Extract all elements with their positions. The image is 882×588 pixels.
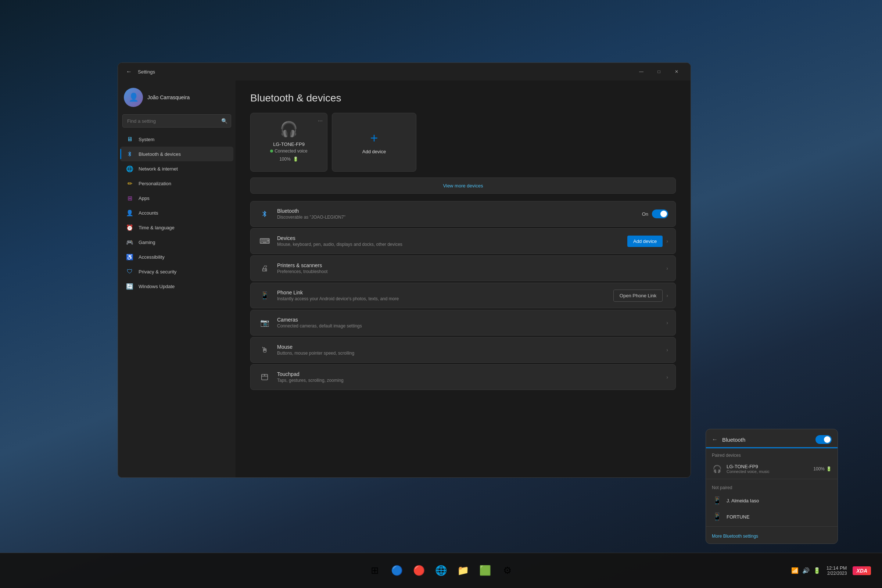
add-device-card[interactable]: + Add device (332, 113, 416, 172)
accounts-icon: 👤 (126, 209, 134, 216)
bluetooth-row-action: On (642, 210, 668, 218)
device-cards: ··· 🎧 LG-TONE-FP9 Connected voice 100% 🔋… (250, 113, 676, 172)
device-status: Connected voice (270, 148, 307, 154)
page-title: Bluetooth & devices (250, 92, 676, 104)
sidebar-item-accounts[interactable]: 👤 Accounts (120, 206, 233, 220)
phone-row-action: Open Phone Link › (614, 290, 668, 302)
bluetooth-row[interactable]: Bluetooth Discoverable as "JOAO-LEGION7"… (250, 201, 676, 227)
touchpad-row[interactable]: Touchpad Taps, gestures, scrolling, zoom… (250, 364, 676, 390)
taskbar-files[interactable]: 📁 (453, 561, 472, 580)
window-controls: — □ ✕ (633, 66, 685, 78)
bluetooth-flyout: ← Bluetooth Paired devices 🎧 LG-TONE-FP9… (706, 429, 838, 544)
printers-row[interactable]: 🖨 Printers & scanners Preferences, troub… (250, 255, 676, 281)
sidebar-user[interactable]: 👤 João Carrasqueira (118, 83, 236, 114)
mouse-row-title: Mouse (277, 344, 666, 350)
printers-chevron-icon: › (666, 266, 668, 271)
taskbar-search[interactable]: 🔵 (387, 561, 406, 580)
printers-row-title: Printers & scanners (277, 262, 666, 268)
device-menu-button[interactable]: ··· (316, 116, 324, 126)
sidebar-label-update: Windows Update (138, 284, 175, 289)
sidebar-label-system: System (138, 137, 154, 142)
devices-row-title: Devices (277, 235, 627, 241)
accessibility-icon: ♿ (126, 253, 134, 261)
close-button[interactable]: ✕ (669, 66, 685, 78)
mouse-row-icon: 🖱 (258, 343, 271, 357)
taskbar-right: 📶 🔊 🔋 12:14 PM 2/22/2023 XDA (791, 565, 871, 576)
sidebar-item-accessibility[interactable]: ♿ Accessibility (120, 249, 233, 264)
sidebar-item-time[interactable]: ⏰ Time & language (120, 220, 233, 235)
flyout-title: Bluetooth (722, 436, 811, 443)
sidebar-label-time: Time & language (138, 225, 175, 230)
touchpad-chevron-icon: › (666, 374, 668, 380)
flyout-device-lg-tone[interactable]: 🎧 LG-TONE-FP9 Connected voice, music 100… (706, 460, 837, 477)
wifi-icon: 📶 (791, 567, 799, 574)
view-more-label: View more devices (443, 183, 483, 189)
search-icon: 🔍 (221, 118, 228, 124)
sidebar-item-privacy[interactable]: 🛡 Privacy & security (120, 264, 233, 279)
sidebar: 👤 João Carrasqueira 🔍 🖥 System Bluetooth… (118, 81, 236, 477)
flyout-unpaired-device-2[interactable]: 📱 FORTUNE (706, 508, 837, 525)
flyout-device-status-lg: Connected voice, music (726, 469, 809, 474)
bluetooth-row-icon (258, 207, 271, 220)
minimize-button[interactable]: — (633, 66, 650, 78)
phone-row-title: Phone Link (277, 290, 614, 296)
add-device-icon: + (370, 130, 378, 146)
flyout-footer-divider (706, 526, 837, 526)
system-clock[interactable]: 12:14 PM 2/22/2023 (826, 565, 847, 576)
sidebar-item-system[interactable]: 🖥 System (120, 132, 233, 147)
flyout-footer[interactable]: More Bluetooth settings (706, 528, 837, 543)
devices-row[interactable]: ⌨ Devices Mouse, keyboard, pen, audio, d… (250, 228, 676, 254)
add-device-label: Add device (362, 149, 386, 154)
sidebar-label-personalization: Personalization (138, 181, 171, 186)
mouse-row[interactable]: 🖱 Mouse Buttons, mouse pointer speed, sc… (250, 337, 676, 363)
device-card-lg-tone[interactable]: ··· 🎧 LG-TONE-FP9 Connected voice 100% 🔋 (250, 113, 327, 172)
flyout-unpaired-device-1[interactable]: 📱 J. Almeida Iaso (706, 492, 837, 508)
cameras-row[interactable]: 📷 Cameras Connected cameras, default ima… (250, 310, 676, 336)
xda-badge: XDA (853, 566, 871, 575)
flyout-divider (706, 479, 837, 479)
cameras-row-text: Cameras Connected cameras, default image… (277, 317, 666, 328)
bluetooth-toggle[interactable] (652, 210, 668, 218)
sidebar-item-network[interactable]: 🌐 Network & internet (120, 161, 233, 176)
battery-tray-icon: 🔋 (813, 567, 820, 574)
phone-row-icon: 📱 (258, 289, 271, 302)
search-input[interactable] (122, 114, 231, 128)
add-device-button[interactable]: Add device (627, 236, 663, 247)
sidebar-item-apps[interactable]: ⊞ Apps (120, 191, 233, 206)
cameras-chevron-icon: › (666, 320, 668, 326)
sidebar-item-personalization[interactable]: ✏ Personalization (120, 176, 233, 191)
mouse-row-text: Mouse Buttons, mouse pointer speed, scro… (277, 344, 666, 356)
printers-row-subtitle: Preferences, troubleshoot (277, 269, 666, 274)
flyout-bluetooth-toggle[interactable] (816, 435, 832, 444)
update-icon: 🔄 (126, 283, 134, 290)
taskbar-browser[interactable]: 🔴 (410, 561, 429, 580)
taskbar-globe[interactable]: 🌐 (432, 561, 450, 580)
flyout-unpaired-info-1: J. Almeida Iaso (726, 498, 832, 504)
sidebar-item-update[interactable]: 🔄 Windows Update (120, 279, 233, 294)
time-icon: ⏰ (126, 224, 134, 231)
phone-row[interactable]: 📱 Phone Link Instantly access your Andro… (250, 283, 676, 308)
phone-row-subtitle: Instantly access your Android device's p… (277, 296, 614, 302)
touchpad-row-subtitle: Taps, gestures, scrolling, zooming (277, 378, 666, 383)
open-phone-link-button[interactable]: Open Phone Link (614, 290, 663, 302)
bluetooth-icon (126, 150, 134, 158)
sidebar-label-network: Network & internet (138, 166, 178, 172)
device-name: LG-TONE-FP9 (273, 141, 304, 147)
gaming-icon: 🎮 (126, 238, 134, 246)
bluetooth-row-title: Bluetooth (277, 208, 642, 214)
flyout-back-button[interactable]: ← (712, 436, 718, 443)
sidebar-item-bluetooth[interactable]: Bluetooth & devices (120, 147, 233, 161)
sidebar-label-privacy: Privacy & security (138, 269, 176, 274)
back-button[interactable]: ← (124, 66, 134, 77)
sidebar-item-gaming[interactable]: 🎮 Gaming (120, 235, 233, 249)
sidebar-label-accessibility: Accessibility (138, 254, 165, 260)
view-more-button[interactable]: View more devices (250, 177, 676, 194)
flyout-device-name-lg: LG-TONE-FP9 (726, 464, 809, 469)
sidebar-label-bluetooth: Bluetooth & devices (138, 152, 181, 157)
maximize-button[interactable]: □ (651, 66, 667, 78)
more-bluetooth-settings-link[interactable]: More Bluetooth settings (712, 534, 758, 539)
taskbar-app-green[interactable]: 🟩 (476, 561, 495, 580)
taskbar-start-button[interactable]: ⊞ (365, 561, 384, 580)
taskbar-settings-icon[interactable]: ⚙ (498, 561, 517, 580)
bluetooth-toggle-label: On (642, 212, 648, 217)
